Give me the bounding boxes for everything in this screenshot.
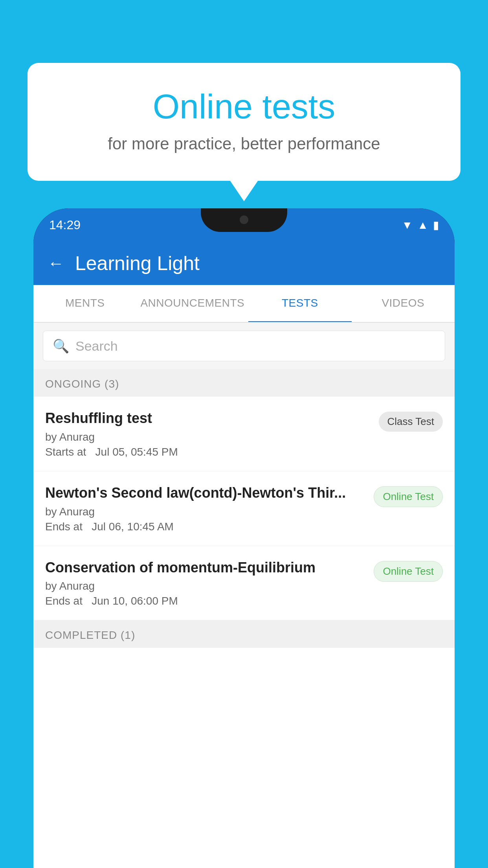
tabs-container: MENTS ANNOUNCEMENTS TESTS VIDEOS [33, 285, 455, 323]
test-item-reshuffling-author: by Anurag [45, 431, 371, 443]
speech-bubble-subtitle: for more practice, better performance [59, 134, 429, 153]
tab-tests[interactable]: TESTS [248, 285, 351, 323]
ongoing-header-text: ONGOING (3) [45, 378, 119, 390]
battery-icon: ▮ [433, 219, 439, 232]
search-container: 🔍 Search [33, 323, 455, 369]
search-placeholder: Search [75, 338, 118, 354]
test-item-newtons-author: by Anurag [45, 506, 366, 518]
search-bar[interactable]: 🔍 Search [43, 331, 445, 361]
app-bar-title: Learning Light [75, 252, 200, 275]
test-item-reshuffling-content: Reshuffling test by Anurag Starts at Jul… [45, 409, 371, 458]
tab-announcements[interactable]: ANNOUNCEMENTS [136, 285, 248, 323]
wifi-icon: ▼ [402, 219, 413, 232]
badge-class-test: Class Test [379, 412, 443, 432]
phone-device: 14:29 ▼ ▲ ▮ ← Learning Light MENTS ANNOU… [33, 208, 455, 868]
test-item-conservation-date: Ends at Jun 10, 06:00 PM [45, 595, 366, 607]
phone-screen: MENTS ANNOUNCEMENTS TESTS VIDEOS 🔍 Searc… [33, 285, 455, 868]
speech-bubble: Online tests for more practice, better p… [28, 63, 460, 181]
test-item-conservation-author: by Anurag [45, 580, 366, 592]
status-bar: 14:29 ▼ ▲ ▮ [33, 208, 455, 242]
completed-header-text: COMPLETED (1) [45, 629, 135, 641]
test-item-newtons-date: Ends at Jul 06, 10:45 AM [45, 520, 366, 533]
tab-videos[interactable]: VIDEOS [352, 285, 455, 323]
test-item-conservation-content: Conservation of momentum-Equilibrium by … [45, 559, 366, 608]
signal-icon: ▲ [417, 219, 428, 232]
badge-online-test-2: Online Test [374, 561, 443, 582]
search-icon: 🔍 [53, 338, 69, 354]
test-item-reshuffling-title: Reshuffling test [45, 409, 371, 428]
test-item-conservation-title: Conservation of momentum-Equilibrium [45, 559, 366, 577]
test-item-newtons[interactable]: Newton's Second law(contd)-Newton's Thir… [33, 471, 455, 546]
test-item-reshuffling[interactable]: Reshuffling test by Anurag Starts at Jul… [33, 397, 455, 471]
speech-bubble-title: Online tests [59, 86, 429, 127]
badge-online-test-1: Online Test [374, 486, 443, 507]
test-item-reshuffling-date: Starts at Jul 05, 05:45 PM [45, 446, 371, 458]
app-bar: ← Learning Light [33, 242, 455, 285]
ongoing-section-header: ONGOING (3) [33, 369, 455, 397]
status-icons: ▼ ▲ ▮ [402, 219, 439, 232]
test-item-newtons-title: Newton's Second law(contd)-Newton's Thir… [45, 484, 366, 502]
tab-ments[interactable]: MENTS [33, 285, 136, 323]
back-button[interactable]: ← [48, 254, 64, 273]
status-time: 14:29 [49, 218, 81, 232]
test-item-newtons-content: Newton's Second law(contd)-Newton's Thir… [45, 484, 366, 533]
completed-section-header: COMPLETED (1) [33, 620, 455, 648]
test-item-conservation[interactable]: Conservation of momentum-Equilibrium by … [33, 546, 455, 621]
camera-notch [240, 215, 248, 224]
